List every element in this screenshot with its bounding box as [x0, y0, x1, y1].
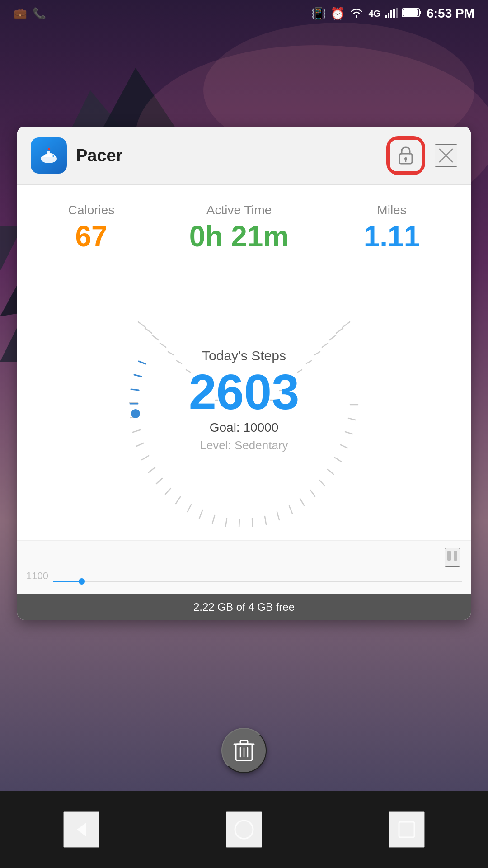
- calories-stat: Calories 67: [68, 203, 115, 251]
- svg-rect-6: [385, 15, 387, 18]
- trash-icon: [232, 738, 256, 763]
- recents-icon: [395, 818, 418, 841]
- chart-area: 1100: [17, 540, 471, 594]
- header-actions: [388, 137, 457, 174]
- svg-rect-16: [399, 154, 412, 164]
- time-display: 6:53 PM: [427, 6, 474, 21]
- stats-row: Calories 67 Active Time 0h 21m Miles 1.1…: [17, 185, 471, 264]
- svg-marker-81: [77, 823, 86, 836]
- svg-point-82: [235, 821, 253, 839]
- steps-value: 2603: [189, 367, 300, 417]
- svg-rect-8: [390, 10, 392, 18]
- app-icon: [31, 137, 67, 174]
- close-icon: [438, 147, 454, 164]
- close-button[interactable]: [435, 144, 457, 167]
- svg-point-15: [52, 155, 54, 157]
- chart-y-label: 1100: [26, 570, 48, 582]
- chart-line: [53, 581, 462, 582]
- svg-rect-74: [454, 551, 457, 561]
- app-identity: Pacer: [31, 137, 123, 174]
- svg-rect-10: [396, 8, 398, 18]
- svg-rect-13: [403, 9, 418, 16]
- pause-icon: [446, 549, 459, 562]
- wifi-icon: [349, 6, 364, 21]
- miles-label: Miles: [377, 203, 406, 217]
- storage-text: 2.22 GB of 4 GB free: [193, 601, 295, 613]
- app-card: Pacer Calories 67: [17, 127, 471, 620]
- svg-rect-83: [399, 822, 414, 837]
- battery-icon: [402, 7, 422, 21]
- app-name: Pacer: [76, 146, 123, 165]
- status-left-icons: 💼 📞: [14, 7, 46, 20]
- recents-button[interactable]: [389, 811, 425, 848]
- back-button[interactable]: [63, 811, 99, 848]
- miles-value: 1.11: [364, 222, 420, 251]
- svg-rect-73: [447, 551, 451, 561]
- svg-point-17: [404, 157, 407, 160]
- briefcase-icon: 💼: [14, 7, 27, 20]
- circle-gauge: Today's Steps 2603 Goal: 10000 Level: Se…: [117, 274, 371, 527]
- chart-progress-dot: [79, 578, 85, 585]
- calories-value: 67: [75, 222, 107, 251]
- lock-icon: [397, 146, 414, 165]
- svg-rect-12: [419, 11, 421, 14]
- home-button[interactable]: [226, 811, 262, 848]
- chart-progress-line: [53, 581, 80, 582]
- miles-stat: Miles 1.11: [364, 203, 420, 251]
- steps-label: Today's Steps: [202, 348, 286, 363]
- phone-icon: 📞: [33, 7, 46, 20]
- calories-label: Calories: [68, 203, 115, 217]
- active-time-value: 0h 21m: [189, 222, 289, 251]
- delete-button[interactable]: [221, 728, 267, 773]
- svg-rect-7: [388, 13, 389, 18]
- signal-bars-icon: [385, 7, 398, 21]
- steps-info: Today's Steps 2603 Goal: 10000 Level: Se…: [117, 274, 371, 527]
- active-time-label: Active Time: [206, 203, 272, 217]
- signal-4g-icon: 4G: [368, 9, 380, 19]
- status-bar: 💼 📞 📳 ⏰ 4G: [0, 0, 488, 27]
- alarm-icon: ⏰: [330, 7, 345, 21]
- storage-bar: 2.22 GB of 4 GB free: [17, 594, 471, 620]
- steps-goal: Goal: 10000: [210, 420, 279, 435]
- steps-level: Level: Sedentary: [200, 439, 288, 453]
- svg-rect-77: [240, 741, 248, 744]
- svg-rect-9: [393, 9, 395, 18]
- status-right-icons: 📳 ⏰ 4G 6:53 PM: [311, 6, 474, 21]
- vibrate-icon: 📳: [311, 7, 326, 21]
- nav-bar: [0, 791, 488, 868]
- back-icon: [70, 818, 93, 841]
- card-header: Pacer: [17, 127, 471, 185]
- home-icon: [233, 818, 255, 841]
- steps-container: Today's Steps 2603 Goal: 10000 Level: Se…: [17, 264, 471, 540]
- lock-button[interactable]: [388, 137, 424, 174]
- active-time-stat: Active Time 0h 21m: [189, 203, 289, 251]
- pause-button[interactable]: [445, 548, 460, 567]
